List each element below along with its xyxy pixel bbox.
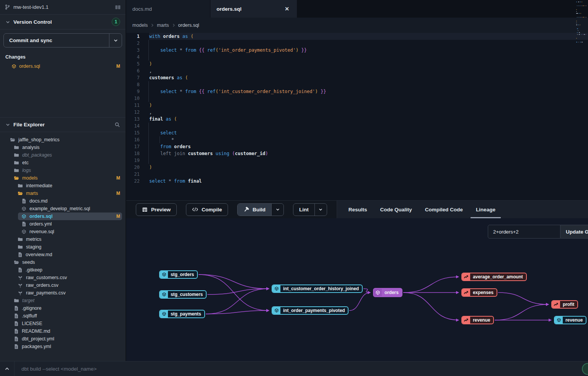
tree-item-raw-orders-csv[interactable]: raw_orders.csv [0, 281, 125, 289]
lineage-node-stg-orders[interactable]: stg_orders [159, 270, 198, 279]
tree-item-readme-md[interactable]: README.md [0, 327, 125, 335]
tree-item-raw-customers-csv[interactable]: raw_customers.csv [0, 274, 125, 281]
tree-item-intermediate[interactable]: intermediate [0, 182, 125, 190]
tab-lineage[interactable]: Lineage [476, 201, 495, 218]
compile-button[interactable]: Compile [186, 203, 228, 216]
preview-button[interactable]: Preview [136, 203, 177, 216]
code-line-9[interactable]: 9 select * from {{ ref('int_customer_ord… [126, 88, 588, 95]
chevron-up-icon[interactable] [0, 361, 15, 376]
line-number: 1 [126, 33, 140, 40]
lint-button[interactable]: Lint [293, 204, 314, 216]
lineage-node-revenue-model[interactable]: revenue [554, 316, 586, 324]
update-graph-button[interactable]: Update G [560, 225, 588, 239]
folder-icon [14, 298, 19, 303]
lineage-node-orders[interactable]: orders [373, 288, 402, 297]
lineage-node-profit[interactable]: profit [551, 300, 578, 309]
tree-item-logs[interactable]: logs [0, 167, 125, 174]
tree-item-seeds[interactable]: seeds [0, 258, 125, 266]
code-line-2[interactable]: 2 [126, 40, 588, 47]
commit-and-sync-button[interactable]: Commit and sync [3, 33, 122, 47]
commit-and-sync-label[interactable]: Commit and sync [4, 34, 109, 47]
minimap[interactable] [576, 2, 586, 44]
lineage-node-int-customer-order-history-joined[interactable]: int_customer_order_history_joined [272, 284, 363, 293]
tab-compiled-code[interactable]: Compiled Code [425, 201, 463, 218]
changed-file-orders-sql[interactable]: orders.sql M [0, 62, 125, 70]
code-line-5[interactable]: 5) [126, 60, 588, 67]
lineage-node-int-order-payments-pivoted[interactable]: int_order_payments_pivoted [272, 306, 349, 315]
code-line-15[interactable]: 15 select [126, 129, 588, 136]
tree-item-dbt-packages[interactable]: dbt_packages [0, 151, 125, 159]
code-line-22[interactable]: 22select * from final [126, 178, 588, 185]
code-line-18[interactable]: 18 left join customers using (customer_i… [126, 150, 588, 157]
search-icon[interactable] [114, 122, 120, 128]
tree-item--gitkeep[interactable]: .gitkeep [0, 266, 125, 274]
tree-item-license[interactable]: LICENSE [0, 320, 125, 327]
breadcrumb-orders-sql[interactable]: orders.sql [178, 23, 199, 28]
file-explorer-title: File Explorer [13, 122, 114, 128]
close-tab-icon[interactable]: ✕ [283, 5, 291, 13]
code-line-19[interactable]: 19 [126, 157, 588, 164]
tree-item-models[interactable]: modelsM [0, 174, 125, 182]
tree-item--gitignore[interactable]: .gitignore [0, 304, 125, 312]
lint-options-chevron[interactable] [314, 204, 327, 216]
tree-item-packages-yml[interactable]: packages.yml [0, 343, 125, 350]
tree-item-dbt-project-yml[interactable]: dbt_project.yml [0, 335, 125, 343]
tree-item-revenue-sql[interactable]: revenue.sql [0, 228, 125, 235]
code-line-3[interactable]: 3 select * from {{ ref('int_order_paymen… [126, 47, 588, 54]
lineage-node-expenses[interactable]: expenses [461, 288, 497, 297]
lineage-node-revenue-metric[interactable]: revenue [461, 316, 494, 324]
lineage-node-stg-customers[interactable]: stg_customers [159, 290, 207, 299]
code-line-21[interactable]: 21 [126, 171, 588, 178]
code-line-16[interactable]: 16 * [126, 136, 588, 143]
version-control-header[interactable]: Version Control 1 [0, 15, 125, 29]
layout-columns-icon[interactable] [115, 5, 121, 10]
code-line-7[interactable]: 7customers as ( [126, 74, 588, 81]
tree-item-docs-md[interactable]: docs.md [0, 197, 125, 205]
command-input[interactable] [15, 361, 588, 376]
tree-item-target[interactable]: target [0, 297, 125, 304]
code-line-1[interactable]: 1with orders as ( [126, 33, 588, 40]
model-icon [21, 229, 26, 234]
indent-guide [148, 40, 149, 60]
code-line-20[interactable]: 20) [126, 164, 588, 171]
code-editor[interactable]: 1with orders as (23 select * from {{ ref… [126, 33, 588, 200]
tree-item-analysis[interactable]: analysis [0, 144, 125, 151]
file-icon [14, 313, 19, 319]
tree-item-example-develop-metric-sql[interactable]: example_develop_metric.sql [0, 205, 125, 213]
lineage-edge-orders-to-revenue_metric [403, 293, 459, 320]
commit-options-chevron[interactable] [109, 34, 122, 47]
code-line-17[interactable]: 17 from orders [126, 143, 588, 150]
breadcrumb-models[interactable]: models [132, 23, 148, 28]
tree-item-raw-payments-csv[interactable]: raw_payments.csv [0, 289, 125, 297]
breadcrumb-marts[interactable]: marts [157, 23, 169, 28]
chevron-right-icon [171, 23, 176, 28]
tree-item-marts[interactable]: martsM [0, 190, 125, 197]
lineage-node-average-order-amount[interactable]: average_order_amount [461, 273, 527, 281]
build-button[interactable]: Build [238, 204, 271, 216]
code-line-13[interactable]: 13final as ( [126, 116, 588, 123]
code-line-14[interactable]: 14 [126, 123, 588, 129]
tree-item-metrics[interactable]: metrics [0, 235, 125, 243]
build-options-chevron[interactable] [271, 204, 283, 216]
tab-orders-sql[interactable]: orders.sql ✕ [210, 0, 297, 18]
tree-item-staging[interactable]: staging [0, 243, 125, 251]
code-line-11[interactable]: 11) [126, 102, 588, 109]
tree-item-overview-md[interactable]: overview.md [0, 251, 125, 258]
code-line-6[interactable]: 6, [126, 67, 588, 74]
tab-results[interactable]: Results [349, 201, 367, 218]
file-explorer-header[interactable]: File Explorer [0, 117, 125, 132]
code-line-12[interactable]: 12, [126, 109, 588, 116]
tree-item-jaffle-shop-metrics[interactable]: jaffle_shop_metrics [0, 136, 125, 144]
lineage-node-stg-payments[interactable]: stg_payments [159, 310, 205, 318]
code-line-10[interactable]: 10 [126, 95, 588, 102]
tree-item-orders-yml[interactable]: orders.yml [0, 220, 125, 228]
tree-item--sqlfluff[interactable]: .sqlfluff [0, 312, 125, 320]
tab-code-quality[interactable]: Code Quality [380, 201, 412, 218]
tree-item-orders-sql[interactable]: orders.sqlM [0, 213, 125, 220]
code-line-8[interactable]: 8 [126, 81, 588, 88]
tab-docs-md[interactable]: docs.md [126, 0, 210, 18]
line-number: 2 [126, 40, 140, 47]
tree-item-etc[interactable]: etc [0, 159, 125, 167]
code-line-4[interactable]: 4 [126, 54, 588, 60]
model-selector-input[interactable] [488, 225, 560, 239]
